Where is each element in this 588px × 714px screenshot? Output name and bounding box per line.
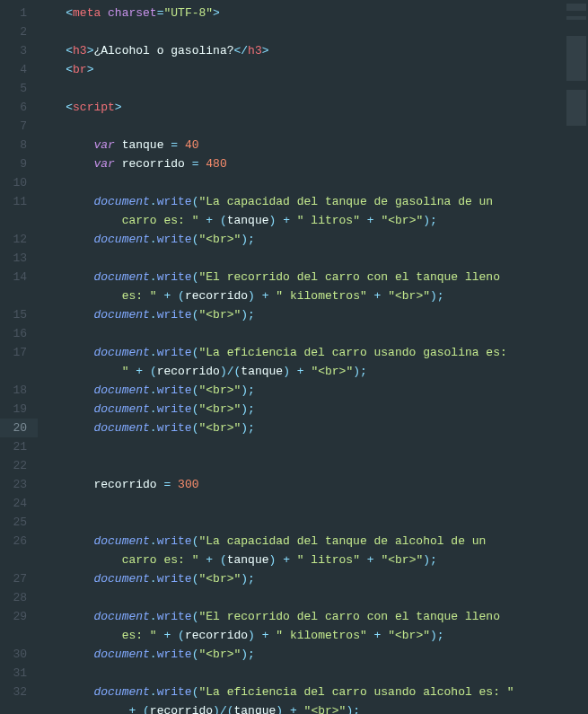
code-line[interactable] xyxy=(38,79,565,98)
code-line[interactable]: document.write("<br>"); xyxy=(38,645,565,664)
code-line[interactable]: <br> xyxy=(38,60,565,79)
line-number: 30 xyxy=(0,645,27,664)
line-number: 19 xyxy=(0,400,27,419)
line-number: 29 xyxy=(0,607,27,626)
code-line[interactable]: es: " + (recorrido) + " kilometros" + "<… xyxy=(38,626,565,645)
code-line[interactable] xyxy=(38,324,565,343)
code-line[interactable] xyxy=(38,117,565,136)
line-number: 21 xyxy=(0,437,27,456)
code-line[interactable]: recorrido = 300 xyxy=(38,475,565,494)
code-line[interactable]: var recorrido = 480 xyxy=(38,154,565,173)
line-number: 11 xyxy=(0,192,27,211)
code-editor[interactable]: <meta charset="UTF-8"> <h3>¿Alcohol o ga… xyxy=(38,0,565,714)
line-number: 23 xyxy=(0,475,27,494)
line-number: 25 xyxy=(0,513,27,532)
line-number: 6 xyxy=(0,98,27,117)
line-number: 3 xyxy=(0,41,27,60)
code-line[interactable] xyxy=(38,249,565,268)
code-line[interactable]: document.write("<br>"); xyxy=(38,230,565,249)
code-line[interactable]: document.write("El recorrido del carro c… xyxy=(38,607,565,626)
line-number: 12 xyxy=(0,230,27,249)
code-line[interactable] xyxy=(38,173,565,192)
line-number: 31 xyxy=(0,664,27,683)
code-line[interactable]: carro es: " + (tanque) + " litros" + "<b… xyxy=(38,211,565,230)
line-number xyxy=(0,211,27,230)
line-number: 26 xyxy=(0,532,27,551)
code-line[interactable]: " + (recorrido)/(tanque) + "<br>"); xyxy=(38,362,565,381)
line-number xyxy=(0,701,27,714)
code-line[interactable]: document.write("La capacidad del tanque … xyxy=(38,192,565,211)
code-line[interactable]: <script> xyxy=(38,98,565,117)
line-number: 1 xyxy=(0,4,27,22)
line-number xyxy=(0,626,27,645)
line-number: 22 xyxy=(0,456,27,475)
line-number: 10 xyxy=(0,173,27,192)
code-line[interactable] xyxy=(38,588,565,607)
code-line[interactable] xyxy=(38,22,565,41)
line-number: 4 xyxy=(0,60,27,79)
code-line[interactable] xyxy=(38,456,565,475)
code-line[interactable]: carro es: " + (tanque) + " litros" + "<b… xyxy=(38,551,565,569)
line-number: 7 xyxy=(0,117,27,136)
line-number: 16 xyxy=(0,324,27,343)
line-number: 32 xyxy=(0,683,27,701)
line-number-gutter: 1234567891011121314151617181920212223242… xyxy=(0,0,38,714)
line-number: 13 xyxy=(0,249,27,268)
code-line[interactable] xyxy=(38,494,565,513)
line-number: 9 xyxy=(0,154,27,173)
code-line[interactable]: + (recorrido)/(tanque) + "<br>"); xyxy=(38,701,565,714)
code-line[interactable]: document.write("<br>"); xyxy=(38,419,565,437)
code-line[interactable]: document.write("La capacidad del tanque … xyxy=(38,532,565,551)
code-line[interactable] xyxy=(38,664,565,683)
line-number: 27 xyxy=(0,569,27,588)
minimap[interactable] xyxy=(565,0,588,714)
code-line[interactable] xyxy=(38,513,565,532)
line-number: 17 xyxy=(0,343,27,362)
code-line[interactable]: document.write("La eficiencia del carro … xyxy=(38,343,565,362)
line-number: 18 xyxy=(0,381,27,400)
code-line[interactable]: document.write("<br>"); xyxy=(38,381,565,400)
code-line[interactable]: document.write("<br>"); xyxy=(38,569,565,588)
code-line[interactable]: <meta charset="UTF-8"> xyxy=(38,4,565,22)
code-line[interactable]: document.write("La eficiencia del carro … xyxy=(38,683,565,701)
code-line[interactable]: document.write("El recorrido del carro c… xyxy=(38,268,565,286)
code-line[interactable]: var tanque = 40 xyxy=(38,136,565,154)
line-number xyxy=(0,362,27,381)
code-line[interactable]: document.write("<br>"); xyxy=(38,400,565,419)
line-number: 14 xyxy=(0,268,27,286)
line-number: 20 xyxy=(0,419,38,437)
line-number: 28 xyxy=(0,588,27,607)
line-number xyxy=(0,551,27,569)
code-line[interactable] xyxy=(38,437,565,456)
line-number: 8 xyxy=(0,136,27,154)
code-line[interactable]: <h3>¿Alcohol o gasolina?</h3> xyxy=(38,41,565,60)
line-number: 15 xyxy=(0,305,27,324)
code-line[interactable]: es: " + (recorrido) + " kilometros" + "<… xyxy=(38,286,565,305)
code-line[interactable]: document.write("<br>"); xyxy=(38,305,565,324)
line-number xyxy=(0,286,27,305)
line-number: 24 xyxy=(0,494,27,513)
line-number: 5 xyxy=(0,79,27,98)
line-number: 2 xyxy=(0,22,27,41)
